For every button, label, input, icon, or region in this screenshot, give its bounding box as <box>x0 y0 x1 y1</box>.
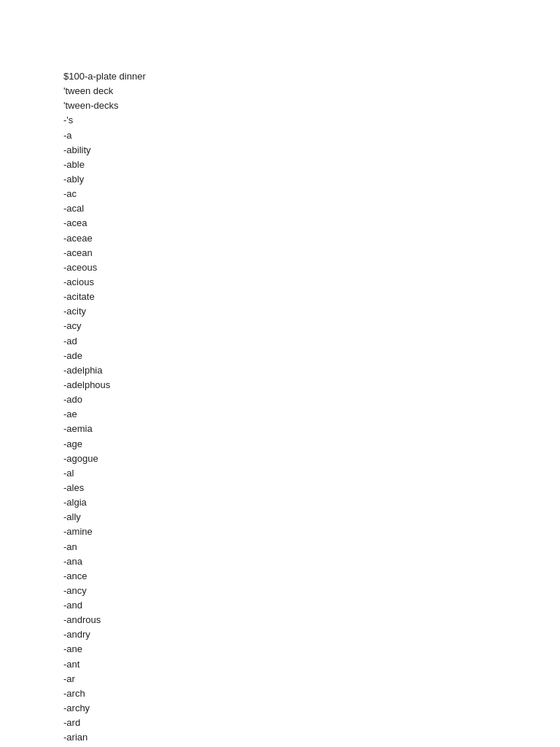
list-item: -ard <box>63 716 560 730</box>
list-item: -ae <box>63 407 560 422</box>
list-item: -amine <box>63 525 560 539</box>
list-item: -ability <box>63 143 560 158</box>
list-item: -ally <box>63 510 560 525</box>
list-item: 'tween-decks <box>63 98 560 113</box>
list-item: -aceae <box>63 231 560 246</box>
list-item: -ably <box>63 172 560 187</box>
list-item: -ancy <box>63 584 560 598</box>
list-item: -acean <box>63 246 560 260</box>
list-item: -agogue <box>63 452 560 466</box>
list-item: -an <box>63 540 560 554</box>
list-item: -androus <box>63 613 560 627</box>
list-item: -ad <box>63 334 560 349</box>
word-list: $100-a-plate dinner'tween deck'tween-dec… <box>0 0 560 747</box>
list-item: -adelphia <box>63 363 560 378</box>
list-item: -and <box>63 598 560 613</box>
list-item: -ana <box>63 554 560 569</box>
list-item: -ade <box>63 349 560 363</box>
list-item: -acy <box>63 319 560 333</box>
list-item: -ales <box>63 481 560 495</box>
list-item: -ar <box>63 672 560 686</box>
list-item: -age <box>63 437 560 452</box>
list-item: -aemia <box>63 422 560 436</box>
list-item: -al <box>63 466 560 481</box>
list-item: -acious <box>63 275 560 290</box>
list-item: 'tween deck <box>63 84 560 98</box>
list-item: -a <box>63 128 560 143</box>
list-item: -ac <box>63 187 560 201</box>
list-item: -andry <box>63 627 560 642</box>
list-item: -acal <box>63 201 560 216</box>
list-item: -ado <box>63 392 560 407</box>
list-item: -able <box>63 158 560 172</box>
list-item: $100-a-plate dinner <box>63 69 560 84</box>
list-item: -acitate <box>63 290 560 304</box>
list-item: -'s <box>63 113 560 128</box>
list-item: -algia <box>63 495 560 510</box>
list-item: -archy <box>63 701 560 716</box>
list-item: -arch <box>63 686 560 701</box>
list-item: -acity <box>63 304 560 319</box>
list-item: -acea <box>63 216 560 231</box>
list-item: -ance <box>63 569 560 584</box>
list-item: -arian <box>63 730 560 745</box>
list-item: -adelphous <box>63 378 560 392</box>
list-item: -ant <box>63 657 560 672</box>
list-item: -ane <box>63 642 560 657</box>
list-item: -aceous <box>63 260 560 275</box>
